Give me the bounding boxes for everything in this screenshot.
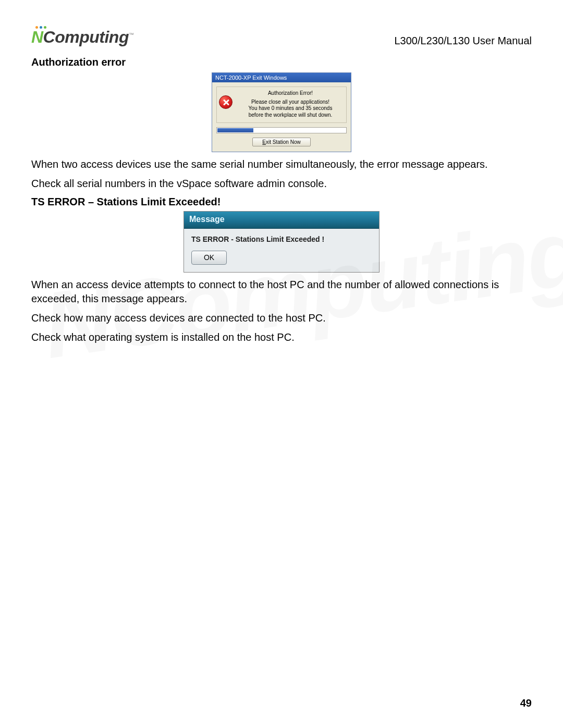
xp-dialog-body: Authorization Error! Please close all yo… [212, 82, 351, 152]
figure-ts-error: Message TS ERROR - Stations Limit Exceed… [31, 211, 532, 273]
progress-bar [216, 127, 347, 133]
brand-n: N [31, 28, 43, 46]
brand-logo-text: NComputing™ [31, 28, 133, 47]
section-title-ts-error: TS ERROR – Stations Limit Exceeded! [31, 196, 532, 208]
exit-button-rest: xit Station Now [266, 139, 301, 145]
page-container: NComputing™ L300/L230/L130 User Manual A… [0, 0, 563, 371]
ts-error-paragraph-1: When an access device attempts to connec… [31, 278, 532, 306]
xp-message-heading: Authorization Error! [237, 90, 344, 97]
brand-tm: ™ [129, 32, 134, 38]
station-message-title: Message [184, 212, 379, 229]
station-message-dialog: Message TS ERROR - Stations Limit Exceed… [183, 211, 380, 273]
page-header: NComputing™ L300/L230/L130 User Manual [31, 26, 532, 47]
xp-dialog: NCT-2000-XP Exit Windows Authorization E… [212, 72, 351, 152]
progress-bar-fill [217, 128, 253, 132]
exit-button-mnemonic: E [262, 139, 266, 145]
auth-error-paragraph-1: When two access devices use the same ser… [31, 157, 532, 171]
auth-error-paragraph-2: Check all serial numbers in the vSpace s… [31, 177, 532, 191]
ts-error-paragraph-2: Check how many access devices are connec… [31, 311, 532, 325]
page-number: 49 [520, 697, 532, 709]
xp-message-panel: Authorization Error! Please close all yo… [216, 87, 347, 123]
error-icon [219, 95, 232, 109]
xp-dialog-title: NCT-2000-XP Exit Windows [212, 73, 351, 82]
exit-station-button[interactable]: Exit Station Now [252, 138, 310, 146]
xp-message-text: Authorization Error! Please close all yo… [237, 90, 344, 118]
station-message-body: TS ERROR - Stations Limit Exceeded ! OK [184, 229, 379, 272]
section-title-auth-error: Authorization error [31, 56, 532, 68]
ok-button[interactable]: OK [191, 251, 227, 265]
xp-message-line2: You have 0 minutes and 35 seconds [237, 105, 344, 112]
ts-error-paragraph-3: Check what operating system is installed… [31, 330, 532, 344]
figure-auth-error: NCT-2000-XP Exit Windows Authorization E… [31, 72, 532, 152]
xp-message-line1: Please close all your applications! [237, 99, 344, 106]
xp-message-line3: before the workplace will shut down. [237, 112, 344, 119]
station-message-text: TS ERROR - Stations Limit Exceeded ! [191, 235, 372, 243]
manual-title: L300/L230/L130 User Manual [394, 35, 532, 47]
brand-rest: Computing [43, 28, 129, 46]
brand-logo: NComputing™ [31, 26, 133, 47]
